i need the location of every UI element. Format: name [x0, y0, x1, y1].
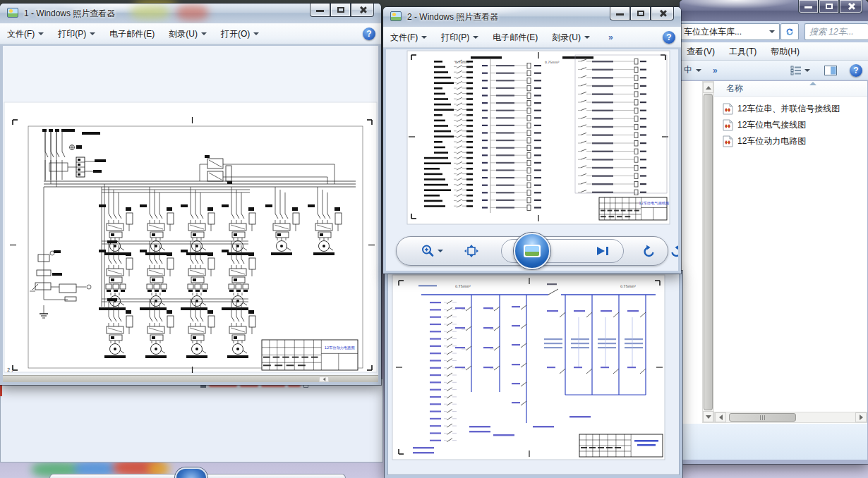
window2-menubar: 文件(F) 打印(P) 电子邮件(E) 刻录(U) » ?: [383, 27, 681, 48]
toolbar-overflow-chevron[interactable]: »: [709, 66, 722, 75]
menu-tools[interactable]: 工具(T): [722, 44, 764, 59]
explorer-help-icon[interactable]: ?: [850, 64, 862, 77]
explorer-menubar: 查看(V) 工具(T) 帮助(H): [680, 42, 868, 61]
power-circuit-diagram-image: 12车位动力电路图2 /: [3, 46, 378, 375]
window1-menubar: 文件(F) 打印(P) 电子邮件(E) 刻录(U) 打开(O) ?: [0, 23, 381, 44]
sort-ascending-icon: [809, 82, 816, 85]
menu-print[interactable]: 打印(P): [51, 26, 102, 42]
file-row-3[interactable]: 12车位动力电路图: [714, 133, 867, 149]
hscroll-thumb[interactable]: [729, 413, 796, 422]
scroll-up-button[interactable]: [703, 82, 713, 93]
svg-text:12车位电气接线图: 12车位电气接线图: [639, 201, 669, 205]
views-icon: [790, 66, 802, 75]
menu-open[interactable]: 打开(O): [214, 26, 266, 42]
window2-help-icon[interactable]: ?: [663, 31, 675, 44]
rotate-left-icon: [642, 244, 656, 258]
menu-email[interactable]: 电子邮件(E): [486, 30, 545, 45]
photo-viewer-window-3: 0.75mm²0.75mm²: [385, 271, 682, 478]
file-row-2[interactable]: 12车位电气接线图: [714, 117, 867, 133]
close-button[interactable]: [351, 4, 374, 17]
slideshow-icon: [524, 245, 541, 257]
image-file-icon: [723, 103, 733, 115]
menu-burn[interactable]: 刻录(U): [162, 26, 214, 42]
minimize-button[interactable]: [610, 7, 630, 20]
window2-title: 2 - Windows 照片查看器: [407, 11, 498, 23]
window1-scroll-band[interactable]: [3, 375, 378, 382]
search-placeholder: 搜索 12车...: [809, 26, 854, 38]
menu-help[interactable]: 帮助(H): [764, 44, 807, 59]
close-button[interactable]: [651, 7, 674, 20]
magnifier-zoom-icon: [421, 244, 435, 258]
scroll-down-button[interactable]: [703, 411, 713, 422]
desktop: { "window1": { "title": "1 - Windows 照片查…: [0, 0, 868, 478]
photo-viewer-window-1: 1 - Windows 照片查看器 文件(F) 打印(P) 电子邮件(E) 刻录…: [0, 4, 381, 385]
photo-viewer-window-2: 2 - Windows 照片查看器 文件(F) 打印(P) 电子邮件(E) 刻录…: [383, 7, 681, 274]
menu-email[interactable]: 电子邮件(E): [102, 26, 162, 42]
scroll-right-button[interactable]: [855, 412, 867, 422]
svg-text:0.75mm²: 0.75mm²: [545, 61, 560, 64]
column-header-name[interactable]: 名称: [714, 81, 867, 97]
address-bar[interactable]: 车位立体车库...: [680, 23, 780, 40]
slideshow-button[interactable]: [514, 233, 550, 269]
toolbar-command-partial[interactable]: 中: [680, 63, 709, 78]
svg-text:0.75mm²: 0.75mm²: [620, 285, 636, 288]
navigation-pane: [680, 81, 702, 423]
photo-viewer-controls: [396, 236, 668, 266]
scroll-left-button[interactable]: [715, 412, 726, 422]
maximize-button[interactable]: [330, 4, 351, 17]
next-button[interactable]: [582, 246, 623, 256]
window1-slideshow-button-peek[interactable]: [175, 467, 207, 478]
refresh-icon: [785, 27, 794, 37]
svg-text:12车位动力电路图: 12车位动力电路图: [325, 345, 355, 350]
explorer-content: 名称 12车位串、并联信号接线图 12车位电气接线图: [680, 81, 867, 423]
maximize-button[interactable]: [630, 7, 651, 20]
image-file-icon: [723, 135, 733, 147]
horizontal-scrollbar[interactable]: [714, 412, 867, 423]
rotate-clockwise-button[interactable]: [669, 244, 678, 258]
actual-size-button[interactable]: [464, 245, 478, 257]
zoom-caret-icon: [438, 250, 443, 252]
close-button[interactable]: [839, 0, 862, 13]
explorer-window: 车位立体车库... 搜索 12车... 查看(V) 工具(T) 帮助(H) 中 …: [680, 0, 868, 464]
menu-view[interactable]: 查看(V): [680, 44, 722, 59]
menu-file[interactable]: 文件(F): [0, 26, 51, 42]
window1-caption-buttons: [310, 4, 374, 17]
explorer-address-row: 车位立体车库... 搜索 12车...: [680, 21, 868, 42]
window2-caption-buttons: [610, 7, 674, 20]
command-caret-icon: [696, 69, 701, 72]
refresh-button[interactable]: [780, 23, 799, 40]
window1-image-area: 12车位动力电路图2 /: [3, 46, 378, 382]
search-box[interactable]: 搜索 12车...: [804, 23, 868, 40]
file-list-pane: 名称 12车位串、并联信号接线图 12车位电气接线图: [714, 81, 867, 423]
scroll-thumb[interactable]: [704, 94, 713, 410]
zoom-button[interactable]: [421, 244, 443, 258]
rotate-right-icon: [669, 244, 678, 258]
views-caret-icon: [804, 69, 810, 72]
menu-file[interactable]: 文件(F): [383, 30, 434, 45]
window2-titlebar[interactable]: 2 - Windows 照片查看器: [383, 7, 681, 27]
address-dropdown-icon[interactable]: [769, 30, 775, 33]
window1-titlebar[interactable]: 1 - Windows 照片查看器: [0, 4, 381, 23]
minimize-button[interactable]: [310, 4, 330, 17]
maximize-button[interactable]: [819, 0, 839, 13]
window1-title: 1 - Windows 照片查看器: [24, 8, 115, 20]
image-file-icon: [723, 119, 733, 131]
minimize-button[interactable]: [798, 0, 819, 13]
nav-scrollbar[interactable]: [702, 81, 714, 423]
photo-viewer-icon: [7, 8, 18, 18]
window3-image-area: 0.75mm²0.75mm²: [387, 274, 680, 475]
explorer-titlebar[interactable]: [680, 0, 868, 21]
next-icon: [596, 246, 610, 256]
explorer-caption-buttons: [798, 0, 862, 13]
rotate-counterclockwise-button[interactable]: [642, 244, 656, 258]
preview-pane-button[interactable]: [817, 63, 844, 78]
menu-overflow-chevron[interactable]: »: [604, 32, 617, 42]
photo-viewer-icon: [390, 11, 402, 21]
menu-burn[interactable]: 刻录(U): [545, 30, 597, 45]
band-left-arrow[interactable]: [319, 376, 329, 382]
window1-help-icon[interactable]: ?: [363, 27, 375, 40]
menu-print[interactable]: 打印(P): [434, 30, 486, 45]
file-row-1[interactable]: 12车位串、并联信号接线图: [714, 101, 867, 117]
svg-text:0.75mm²: 0.75mm²: [455, 285, 471, 288]
views-button[interactable]: [783, 63, 817, 78]
